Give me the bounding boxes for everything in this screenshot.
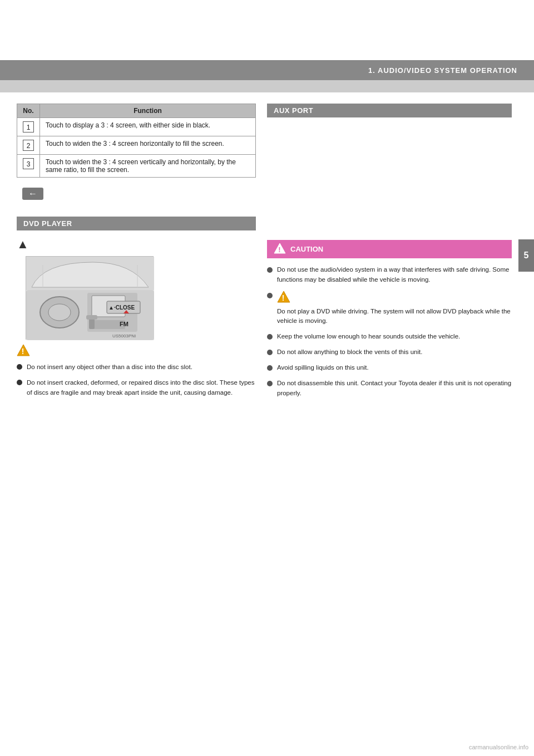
car-interior-svg: ▲·CLOSE FM US5003PNI — [26, 257, 154, 340]
dvd-bullet-text-2: Do not insert cracked, deformed, or repa… — [27, 378, 256, 398]
caution-text-1: Do not use the audio/video system in a w… — [277, 265, 512, 285]
dvd-bullet-text-1: Do not insert any object other than a di… — [27, 362, 192, 372]
table-header-function: Function — [40, 104, 256, 118]
table-cell-text-2: Touch to widen the 3 : 4 screen horizont… — [40, 136, 256, 155]
svg-text:FM: FM — [120, 321, 128, 327]
table-cell-text-3: Touch to widen the 3 : 4 screen vertical… — [40, 155, 256, 178]
section-number: 5 — [524, 251, 529, 260]
svg-text:!: ! — [278, 246, 280, 254]
svg-text:!: ! — [22, 347, 24, 356]
caution-dot-3 — [267, 334, 273, 340]
table-row: 3 Touch to widen the 3 : 4 screen vertic… — [17, 155, 256, 178]
caution-warning-icon: ! — [274, 243, 286, 256]
caution-bullet-6: Do not disassemble this unit. Contact yo… — [267, 379, 512, 399]
right-column: AUX PORT ! CAUTION Do not use the audio/… — [267, 104, 512, 404]
car-interior-image: ▲·CLOSE FM US5003PNI — [26, 256, 154, 340]
table-cell-num: 1 — [17, 118, 40, 136]
caution-bullet-2: ! Do not play a DVD while driving. The s… — [267, 291, 512, 327]
caution-warn-icon-2: ! — [277, 291, 512, 305]
back-button-area: ← — [22, 188, 256, 200]
caution-bullets: Do not use the audio/video system in a w… — [267, 265, 512, 398]
sub-header-bar — [0, 80, 534, 92]
dvd-player-section: DVD PLAYER ▲ — [17, 217, 256, 397]
caution-dot-4 — [267, 350, 273, 355]
dvd-warning-icon: ! — [17, 344, 30, 358]
caution-text-6: Do not disassemble this unit. Contact yo… — [277, 379, 512, 399]
table-row: 2 Touch to widen the 3 : 4 screen horizo… — [17, 136, 256, 155]
function-table: No. Function 1 Touch to display a 3 : 4 … — [17, 104, 256, 178]
caution-dot-5 — [267, 365, 273, 371]
table-row: 1 Touch to display a 3 : 4 screen, with … — [17, 118, 256, 136]
table-cell-num: 3 — [17, 155, 40, 178]
caution-text-4: Do not allow anything to block the vents… — [277, 347, 422, 357]
svg-rect-8 — [86, 315, 97, 320]
svg-text:US5003PNI: US5003PNI — [112, 333, 136, 338]
eject-icon: ▲ — [17, 237, 29, 251]
dvd-player-header: DVD PLAYER — [17, 217, 256, 230]
caution-header: ! CAUTION — [267, 240, 512, 258]
caution-bullet-3: Keep the volume low enough to hear sound… — [267, 332, 512, 342]
caution-dot-2 — [267, 293, 273, 298]
caution-bullet-1: Do not use the audio/video system in a w… — [267, 265, 512, 285]
aux-port-header: AUX PORT — [267, 104, 512, 117]
header-bar: 1. AUDIO/VIDEO SYSTEM OPERATION — [0, 60, 534, 80]
back-icon[interactable]: ← — [22, 188, 43, 200]
bullet-dot-1 — [17, 364, 22, 370]
row-number-2: 2 — [23, 140, 34, 151]
caution-dot-1 — [267, 267, 273, 273]
caution-dot-6 — [267, 381, 273, 386]
table-cell-text-1: Touch to display a 3 : 4 screen, with ei… — [40, 118, 256, 136]
row-number-1: 1 — [23, 121, 34, 132]
dvd-warning-block: ! — [17, 344, 256, 358]
svg-text:▲·CLOSE: ▲·CLOSE — [108, 305, 135, 311]
caution-title: CAUTION — [290, 245, 323, 253]
svg-point-3 — [48, 304, 71, 321]
svg-text:!: ! — [282, 293, 285, 302]
table-cell-num: 2 — [17, 136, 40, 155]
caution-text-2: Do not play a DVD while driving. The sys… — [277, 308, 511, 325]
header-title: 1. AUDIO/VIDEO SYSTEM OPERATION — [368, 66, 517, 75]
row-number-3: 3 — [23, 158, 34, 169]
caution-bullet-2-content: ! Do not play a DVD while driving. The s… — [277, 291, 512, 327]
table-header-no: No. — [17, 104, 40, 118]
caution-bullet-5: Avoid spilling liquids on this unit. — [267, 363, 512, 373]
watermark: carmanualsonline.info — [469, 744, 528, 750]
caution-section: ! CAUTION Do not use the audio/video sys… — [267, 240, 512, 398]
section-number-tab: 5 — [518, 239, 534, 272]
caution-bullet-4: Do not allow anything to block the vents… — [267, 347, 512, 357]
caution-text-3: Keep the volume low enough to hear sound… — [277, 332, 460, 342]
bullet-dot-2 — [17, 380, 22, 385]
dvd-bullet-1: Do not insert any object other than a di… — [17, 362, 256, 372]
caution-text-5: Avoid spilling liquids on this unit. — [277, 363, 369, 373]
left-column: No. Function 1 Touch to display a 3 : 4 … — [17, 104, 256, 403]
dvd-bullet-2: Do not insert cracked, deformed, or repa… — [17, 378, 256, 398]
eject-icon-area: ▲ — [17, 237, 256, 252]
